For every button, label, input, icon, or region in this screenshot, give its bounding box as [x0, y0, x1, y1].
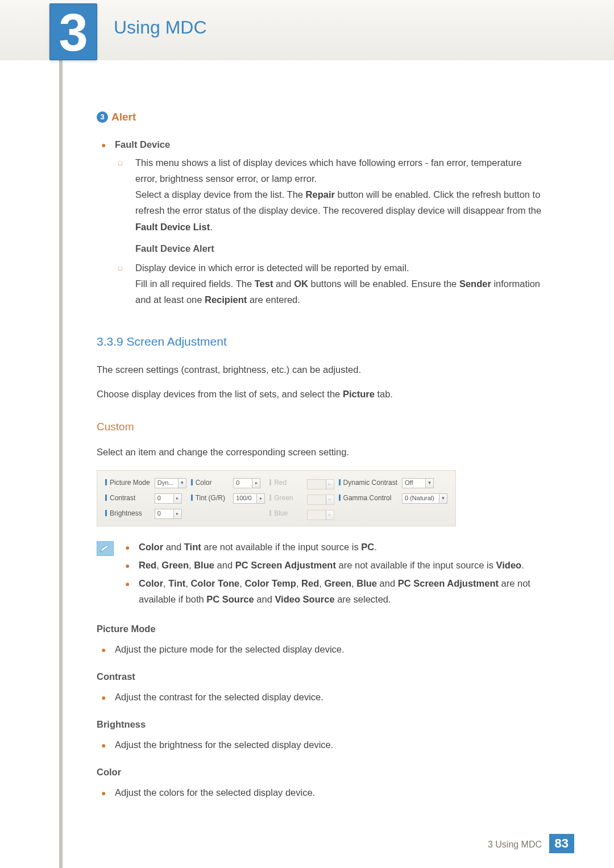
sender-bold: Sender [459, 279, 491, 289]
gamma-label: Gamma Control [337, 491, 400, 506]
value: 100/0 [234, 493, 256, 504]
red-stepper: ▸ [307, 479, 334, 489]
note-list: ● Color and Tint are not available if th… [121, 539, 546, 609]
value: Off [403, 477, 425, 488]
brightness-stepper[interactable]: 0▸ [155, 509, 182, 519]
b: Red [139, 560, 156, 570]
red-label: Red [267, 475, 304, 491]
b: Color [139, 542, 163, 552]
bullet-icon: ● [121, 557, 139, 573]
t: , [319, 578, 324, 588]
brightness-heading: Brightness [97, 716, 546, 732]
ok-bold: OK [294, 279, 308, 289]
t: . [521, 560, 524, 570]
t: and [377, 578, 398, 588]
t: . [374, 542, 377, 552]
custom-heading: Custom [97, 418, 546, 436]
t: , [351, 578, 356, 588]
b: PC Screen Adjustment [398, 578, 499, 588]
screen-adjustment-heading: 3.3.9 Screen Adjustment [97, 331, 546, 352]
b: Tint [168, 578, 185, 588]
text: Red, Green, Blue and PC Screen Adjustmen… [139, 557, 524, 573]
dynamic-contrast-dropdown[interactable]: Off▼ [402, 478, 434, 488]
b: Red [301, 578, 319, 588]
picture-mode-heading: Picture Mode [97, 621, 546, 637]
fault-device-alert-body: □ Display device in which error is detec… [115, 260, 546, 308]
blue-stepper: ▸ [307, 510, 334, 520]
page-number: 83 [549, 834, 574, 853]
b: Color Tone [190, 578, 239, 588]
contrast-label: Contrast [103, 491, 152, 506]
text: . [210, 222, 213, 232]
chevron-right-icon: ▸ [326, 480, 334, 489]
color-stepper[interactable]: 0▸ [233, 478, 260, 488]
footer-label: 3 Using MDC [488, 840, 542, 849]
note-block: ● Color and Tint are not available if th… [97, 539, 546, 609]
chevron-down-icon: ▼ [439, 494, 447, 503]
text: Adjust the picture mode for the selected… [115, 641, 345, 657]
t: and [163, 542, 184, 552]
bullet-icon: ● [97, 689, 115, 705]
text: Display device in which error is detecte… [135, 263, 409, 273]
value: 0 [155, 493, 173, 504]
tint-stepper[interactable]: 100/0▸ [233, 493, 265, 504]
picture-tab-bold: Picture [343, 389, 375, 399]
alert-heading: 3Alert [97, 108, 546, 126]
alert-number-badge: 3 [97, 111, 108, 123]
fault-device-item-1: □ This menu shows a list of display devi… [115, 155, 546, 234]
alert-title: Alert [111, 111, 136, 123]
note-2: ● Red, Green, Blue and PC Screen Adjustm… [121, 557, 546, 573]
chevron-down-icon: ▼ [425, 479, 433, 488]
fault-alert-text: Display device in which error is detecte… [135, 260, 546, 308]
note-1: ● Color and Tint are not available if th… [121, 539, 546, 555]
chapter-number-badge: 3 [49, 3, 97, 60]
chevron-down-icon: ▼ [178, 479, 186, 488]
contrast-stepper[interactable]: 0▸ [155, 493, 182, 504]
recipient-bold: Recipient [205, 294, 247, 305]
bullet-icon: ● [121, 575, 139, 607]
b: Green [324, 578, 351, 588]
note-icon [97, 541, 114, 556]
tint-label: Tint (G/R) [189, 491, 231, 506]
chapter-title: Using MDC [114, 17, 207, 38]
color-heading: Color [97, 764, 546, 780]
t: , [185, 578, 190, 588]
contrast-heading: Contrast [97, 668, 546, 684]
screen-adj-p2: Choose display devices from the list of … [97, 386, 546, 402]
chevron-right-icon: ▸ [256, 494, 264, 503]
text: This menu shows a list of display device… [135, 157, 522, 184]
chevron-right-icon: ▸ [173, 494, 181, 503]
green-label: Green [267, 491, 304, 506]
text: tab. [375, 389, 393, 399]
fault-device-section: ● Fault Device [97, 136, 546, 152]
t: are not available if the input source is [336, 560, 496, 570]
value: 0 [234, 477, 252, 488]
t: , [156, 560, 161, 570]
brightness-label: Brightness [103, 506, 152, 521]
chevron-right-icon: ▸ [173, 509, 181, 518]
text: Adjust the brightness for the selected d… [115, 737, 333, 753]
text: buttons will be enabled. Ensure the [308, 279, 459, 289]
picture-mode-label: Picture Mode [103, 475, 152, 491]
contrast-desc: ●Adjust the contrast for the selected di… [97, 689, 546, 705]
settings-panel: Picture Mode Dyn...▼ Color 0▸ Red ▸ Dyna… [97, 470, 456, 526]
fault-device-list-bold: Fault Device List [135, 222, 210, 232]
green-stepper: ▸ [307, 495, 334, 505]
chevron-right-icon: ▸ [252, 479, 260, 488]
custom-intro: Select an item and change the correspond… [97, 444, 546, 460]
gamma-dropdown[interactable]: 0 (Natural)▼ [402, 493, 447, 504]
blue-label: Blue [267, 506, 304, 521]
b: Video Source [275, 594, 334, 604]
picture-mode-dropdown[interactable]: Dyn...▼ [155, 478, 186, 488]
b: Blue [356, 578, 377, 588]
bullet-icon: ● [121, 539, 139, 555]
bullet-icon: ● [97, 136, 115, 152]
square-bullet-icon: □ [115, 260, 135, 308]
text: and [273, 279, 294, 289]
bullet-icon: ● [97, 641, 115, 657]
text: Adjust the contrast for the selected dis… [115, 689, 323, 705]
test-bold: Test [255, 279, 273, 289]
b: Green [161, 560, 189, 570]
t: are selected. [335, 594, 391, 604]
b: Video [496, 560, 522, 570]
